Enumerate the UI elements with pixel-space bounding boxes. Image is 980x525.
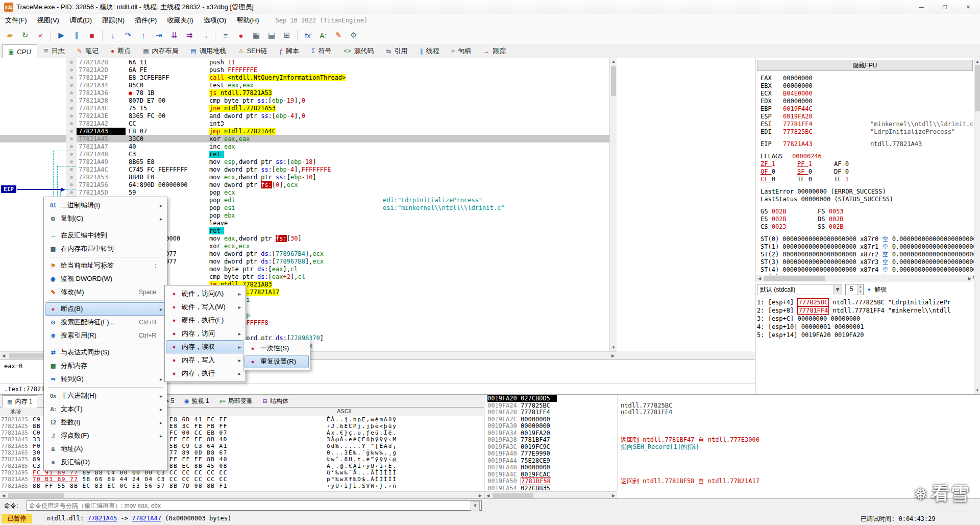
call-argument-row[interactable]: 1: [esp+4] 777825BC ntdll.777825BC "Ldrp… bbox=[757, 298, 967, 306]
breakpoint-gutter[interactable] bbox=[66, 81, 77, 89]
register-row-edx[interactable]: EDX00000000 bbox=[761, 98, 974, 105]
tab-引用[interactable]: ⇆引用 bbox=[380, 44, 413, 58]
trace-into-icon[interactable]: ⇊ bbox=[167, 28, 181, 42]
pause-icon[interactable]: ∥ bbox=[69, 28, 84, 42]
dump-tab-内存 1[interactable]: ▦内存 1 bbox=[2, 395, 37, 408]
register-row-ebx[interactable]: EBX00000000 bbox=[761, 82, 974, 90]
tab-句柄[interactable]: ⌗句柄 bbox=[446, 44, 478, 58]
scroll-right-icon[interactable]: ▶ bbox=[612, 494, 615, 498]
flag-if[interactable]: IF 1 bbox=[834, 176, 871, 183]
dump-tab-结构体[interactable]: ⊟结构体 bbox=[258, 395, 293, 407]
breakpoints-icon[interactable]: ● bbox=[234, 28, 248, 42]
register-row-esp[interactable]: ESP0019FA20 bbox=[761, 113, 974, 121]
menu-item[interactable]: 01二进制编辑(I)▸ bbox=[45, 199, 166, 212]
step-over-icon[interactable]: ↷ bbox=[121, 28, 135, 42]
menu-item[interactable]: ⇒转到(G)▸ bbox=[45, 372, 166, 386]
flag-af[interactable]: AF 0 bbox=[834, 160, 871, 168]
flag-sf[interactable]: SF 0 bbox=[797, 168, 834, 176]
run-to-cursor-icon[interactable]: ⇥ bbox=[152, 28, 166, 42]
step-out-icon[interactable]: ↑ bbox=[136, 28, 151, 42]
stop-icon[interactable]: ■ bbox=[85, 28, 99, 42]
fpu-hscrollbar[interactable]: ◀ ▶ bbox=[756, 275, 973, 282]
scroll-right-icon[interactable]: ▶ bbox=[968, 277, 971, 281]
breakpoint-gutter[interactable] bbox=[66, 142, 77, 150]
selection-end-link[interactable]: 77821A47 bbox=[132, 515, 161, 522]
register-row-eip[interactable]: EIP77821A43ntdll.77821A43 bbox=[761, 140, 974, 148]
disasm-row[interactable]: 77821A48C3ret bbox=[0, 150, 609, 158]
selection-start-link[interactable]: 77821A45 bbox=[87, 515, 117, 522]
stack-row[interactable]: 0019FA48 00000000 bbox=[484, 464, 980, 471]
segment-es[interactable]: ES 002B bbox=[761, 216, 818, 223]
memory-map-icon[interactable]: ▦ bbox=[249, 28, 263, 42]
disasm-row[interactable]: 77821A4533C0xor eax,eax bbox=[0, 135, 609, 142]
menu-item[interactable]: ≡反汇编(D) bbox=[45, 456, 166, 469]
flag-of[interactable]: OF 0 bbox=[761, 168, 797, 176]
menu-item[interactable]: ⊙搜索匹配特征(F)...Ctrl+B bbox=[45, 316, 166, 329]
maximize-button[interactable]: □ bbox=[933, 0, 957, 14]
log-icon[interactable]: ≡ bbox=[218, 28, 233, 42]
call-argument-row[interactable]: 5: [esp+14] 0019FA20 0019FA20 bbox=[757, 331, 967, 339]
menu-item[interactable]: ●内存，读取▸ bbox=[166, 340, 244, 353]
stack-row[interactable]: 0019FA3C 0019FC9C指向SEH_Record[1]的指针 bbox=[484, 443, 980, 450]
stack-row[interactable]: 0019FA24 777825BCntdll.777825BC bbox=[484, 402, 980, 409]
breakpoint-gutter[interactable] bbox=[66, 120, 77, 127]
breakpoint-gutter[interactable] bbox=[66, 104, 77, 112]
disasm-row[interactable]: 77821A43EB 07jmp ntdll.77821A4C bbox=[0, 127, 609, 135]
breakpoint-gutter[interactable] bbox=[66, 97, 77, 104]
menu-item[interactable]: ●内存，访问▸ bbox=[166, 327, 244, 340]
disasm-row[interactable]: 77821A3E8365 FC 00and dword ptr ss:[ebp-… bbox=[0, 112, 609, 120]
flag-df[interactable]: DF 0 bbox=[834, 168, 871, 176]
disasm-row[interactable]: 77821A42CCint3 bbox=[0, 120, 609, 127]
scroll-thumb[interactable] bbox=[975, 65, 980, 111]
tab-线程[interactable]: ∥线程 bbox=[414, 44, 446, 58]
calling-convention-select[interactable]: 默认 (stdcall) ▼ bbox=[757, 284, 842, 295]
menu-item[interactable]: ⧉复制(C)▸ bbox=[45, 212, 166, 225]
call-argument-row[interactable]: 2: [esp+8] 77781FF4 ntdll.77781FF4 "mink… bbox=[757, 306, 967, 315]
scroll-left-icon[interactable]: ◀ bbox=[486, 494, 489, 498]
scroll-up-icon[interactable]: ▲ bbox=[975, 60, 979, 64]
disasm-row[interactable]: 77821A3485C0test eax,eax bbox=[0, 81, 609, 89]
breakpoint-gutter[interactable] bbox=[66, 135, 77, 142]
menu-item[interactable]: &地址(A) bbox=[45, 442, 166, 456]
stack-row[interactable]: 0019FA40 777E9990 bbox=[484, 450, 980, 457]
disasm-row[interactable]: 77821A2FE8 3CFEFBFFcall <ntdll.NtQueryIn… bbox=[0, 74, 609, 81]
flag-cf[interactable]: CF 0 bbox=[761, 176, 797, 183]
close-button[interactable]: × bbox=[957, 0, 980, 14]
scroll-thumb[interactable] bbox=[493, 493, 533, 498]
hide-fpu-button[interactable]: 隐藏FPU bbox=[757, 60, 973, 71]
assemble-icon[interactable]: A: bbox=[316, 28, 330, 42]
menu-item[interactable]: ●硬件，访问(A)▸ bbox=[166, 287, 244, 300]
menu-item[interactable]: ◉监视 DWORD(W) bbox=[45, 272, 166, 285]
disasm-row[interactable]: 77821A4CC745 FC FEFFFFFFmov dword ptr ss… bbox=[0, 165, 609, 173]
call-argument-row[interactable]: 3: [esp+C] 00000000 00000000 bbox=[757, 315, 967, 323]
menu-item[interactable]: ●重复设置(R) bbox=[244, 355, 309, 368]
dump-row[interactable]: 77821AB58B FF 55 8B EC 83 EC 0C 53 56 57… bbox=[0, 483, 484, 489]
breakpoint-gutter[interactable] bbox=[66, 127, 77, 135]
register-row-esi[interactable]: ESI77781FF4"minkernel\\ntdll\\ldrinit.c" bbox=[761, 121, 974, 128]
menu-item[interactable]: ▦在内存布局中转到 bbox=[45, 242, 166, 255]
disasm-row[interactable]: 77821A38807D E7 00cmp byte ptr ss:[ebp-1… bbox=[0, 97, 609, 104]
disasm-row[interactable]: 77821A498B65 E8mov esp,dword ptr ss:[ebp… bbox=[0, 158, 609, 165]
scroll-down-icon[interactable]: ▼ bbox=[611, 346, 616, 350]
scroll-thumb[interactable] bbox=[8, 493, 64, 498]
menu-item[interactable]: A:文本(T)▸ bbox=[45, 402, 166, 416]
menubar-item[interactable]: 插件(P) bbox=[130, 16, 162, 24]
tab-脚本[interactable]: ƒ脚本 bbox=[273, 44, 305, 58]
disasm-row[interactable]: 77821A5D59pop ecx bbox=[0, 188, 609, 196]
flag-tf[interactable]: TF 0 bbox=[797, 176, 834, 183]
menu-item[interactable]: ⇄与表达式同步(S) bbox=[45, 346, 166, 359]
stack-row[interactable]: 0019FA44 75E28CE9 bbox=[484, 457, 980, 464]
step-into-icon[interactable]: ↓ bbox=[106, 28, 120, 42]
menubar-item[interactable]: 调试(D) bbox=[64, 16, 97, 24]
stack-row[interactable]: 0019FA2C 00000000 bbox=[484, 416, 980, 423]
flag-pf[interactable]: PF 1 bbox=[797, 160, 834, 168]
goto-icon[interactable]: → bbox=[198, 28, 212, 42]
tab-笔记[interactable]: ✎笔记 bbox=[71, 44, 105, 58]
flag-zf[interactable]: ZF 1 bbox=[761, 160, 797, 168]
eflags-row[interactable]: EFLAGS00000246 bbox=[761, 153, 974, 160]
lock-icon[interactable]: ✦ bbox=[867, 287, 871, 293]
tab-内存布局[interactable]: ▦内存布局 bbox=[137, 44, 184, 58]
breakpoint-gutter[interactable] bbox=[66, 89, 77, 97]
segment-gs[interactable]: GS 002B bbox=[761, 208, 818, 216]
scroll-down-icon[interactable]: ▼ bbox=[975, 389, 979, 393]
